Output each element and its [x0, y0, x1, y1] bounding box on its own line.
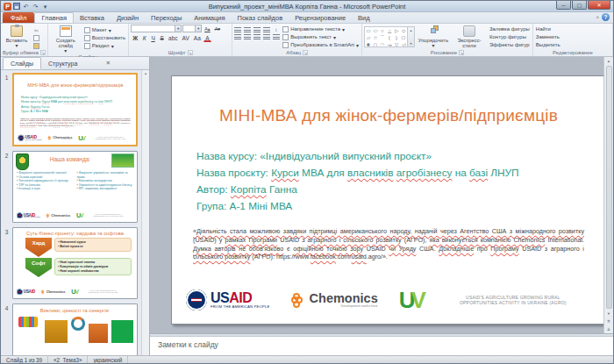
shrink-font-button[interactable]: А▾ — [213, 25, 222, 32]
shape-icon[interactable]: △ — [388, 28, 391, 33]
align-text-button[interactable]: Выровнять текст▾ — [282, 33, 360, 40]
tab-review[interactable]: Рецензирование — [289, 12, 352, 23]
shape-icon[interactable]: ✚ — [367, 42, 371, 46]
tab-design[interactable]: Дизайн — [111, 12, 145, 23]
font-name-combobox[interactable]: ▾ — [131, 25, 182, 32]
shape-icon[interactable]: ◻ — [374, 42, 378, 46]
shape-icon[interactable]: ⬭ — [374, 28, 378, 34]
reset-button[interactable]: Восстановить — [83, 34, 126, 41]
shape-icon[interactable]: ◠ — [381, 42, 385, 46]
tab-transitions[interactable]: Переходы — [145, 12, 188, 23]
redo-icon[interactable]: ↷ — [32, 3, 39, 11]
numbering-icon[interactable] — [244, 27, 251, 32]
align-left-icon[interactable] — [234, 34, 241, 39]
align-right-icon[interactable] — [253, 34, 261, 39]
shape-icon[interactable]: ↝ — [388, 42, 392, 46]
shape-icon[interactable]: ⬠ — [402, 35, 406, 40]
minimize-button[interactable]: ─ — [556, 1, 571, 10]
find-button[interactable]: Найти — [535, 25, 561, 32]
tab-home[interactable]: Главная — [34, 12, 74, 23]
text-direction-button[interactable]: Направление текста▾ — [282, 25, 360, 32]
editor-scrollbar[interactable]: ▴ ▾ ⇈ ⇊ — [603, 57, 613, 333]
maximize-button[interactable]: ▢ — [572, 1, 587, 10]
font-style-button[interactable]: А — [203, 34, 211, 42]
columns-icon[interactable] — [273, 34, 280, 39]
paste-button[interactable]: Вставить ▾ — [3, 25, 31, 48]
previous-slide-icon[interactable]: ⇈ — [605, 318, 613, 325]
file-tab[interactable]: Файл — [3, 12, 34, 23]
close-button[interactable]: ✕ — [588, 1, 610, 10]
dialog-launcher-icon[interactable]: ↘ — [188, 50, 193, 55]
align-center-icon[interactable] — [244, 34, 251, 39]
line-spacing-icon[interactable]: ↕ — [273, 26, 279, 32]
replace-button[interactable]: Заменить — [535, 33, 561, 40]
notes-pane[interactable]: Заметки к слайду — [150, 333, 613, 355]
slide-1-thumbnail[interactable]: МІНІ-МВА для жінок-фермерів/підприємців … — [12, 73, 138, 146]
next-slide-icon[interactable]: ⇊ — [605, 325, 613, 333]
increase-indent-icon[interactable] — [263, 27, 270, 32]
select-button[interactable]: Выделить — [535, 41, 561, 48]
slide-4-thumbnail[interactable]: Виклики, цінності та синергія: — [12, 303, 138, 355]
dialog-launcher-icon[interactable]: ↘ — [459, 50, 464, 55]
shape-icon[interactable]: ◇ — [402, 28, 405, 33]
shape-icon[interactable]: ▭ — [366, 28, 370, 33]
font-style-button[interactable]: К — [140, 34, 148, 42]
pane-close-icon[interactable]: ✕ — [106, 60, 111, 67]
qat-dropdown-icon[interactable]: ▾ — [41, 3, 49, 11]
shape-icon[interactable]: ○ — [381, 28, 383, 33]
copy-button[interactable] — [32, 34, 40, 41]
shapes-scroll-down-icon[interactable]: ▾ — [410, 41, 411, 46]
font-style-button[interactable]: Ч — [149, 34, 157, 42]
shape-icon[interactable]: ☆ — [374, 35, 378, 40]
disclaimer-paragraph[interactable]: «Діяльність стала можливою завдяки підтр… — [193, 227, 584, 261]
section-button[interactable]: Раздел▾ — [83, 42, 126, 49]
font-style-button[interactable]: Ж — [131, 34, 139, 42]
slide-title[interactable]: МІНІ-МВА для жінок-фермерів/підприємців — [172, 106, 605, 125]
layout-button[interactable]: Макет▾ — [83, 26, 126, 33]
font-size-combobox[interactable]: ▾ — [182, 25, 202, 32]
help-icon[interactable]: ? — [602, 13, 610, 21]
font-style-button[interactable]: AV — [181, 34, 191, 42]
shape-icon[interactable]: ⌒ — [380, 35, 385, 41]
slide-2-thumbnail[interactable]: Наша команда: • Факультет агротехнологій… — [12, 151, 138, 223]
dialog-launcher-icon[interactable]: ↘ — [40, 50, 46, 55]
shape-effects-button[interactable]: Эффекты фигур — [489, 41, 531, 48]
shape-outline-button[interactable]: Контур фигуры — [489, 33, 531, 40]
minimize-ribbon-icon[interactable]: ˄ — [596, 15, 599, 20]
scrollbar-thumb[interactable] — [606, 66, 612, 309]
cut-button[interactable]: ✂ — [32, 26, 40, 33]
pane-tab-outline[interactable]: Структура — [41, 57, 84, 69]
slide-3-thumbnail[interactable]: Суть бізнес-проекту: хардова та софтова … — [12, 227, 138, 299]
font-style-button[interactable]: S — [158, 34, 166, 42]
thumbnails-scrollbar[interactable]: ▴ — [141, 70, 149, 355]
convert-smartart-button[interactable]: Преобразовать в SmartArt▾ — [282, 41, 360, 48]
new-slide-button[interactable]: Создать слайд ▾ — [50, 25, 82, 54]
shape-icon[interactable]: ) — [396, 35, 397, 40]
tab-insert[interactable]: Вставка — [74, 12, 111, 23]
tab-view[interactable]: Вид — [352, 12, 376, 23]
slide-body-text[interactable]: Назва курсу: «Індивідуальний випускний п… — [196, 148, 605, 215]
scroll-up-icon[interactable]: ▴ — [605, 57, 613, 65]
shape-icon[interactable]: ▱ — [367, 35, 370, 40]
undo-icon[interactable]: ↶ — [22, 3, 30, 11]
format-painter-button[interactable] — [32, 42, 40, 49]
pane-tab-slides[interactable]: Слайды — [3, 57, 41, 69]
arrange-button[interactable]: Упорядочить ▾ — [417, 25, 450, 48]
shapes-gallery[interactable]: ▭⬭○△▷◇▱☆⌒()⬠✚◻◠↝▽◁ ▴ ▾ — [364, 26, 415, 47]
grow-font-button[interactable]: А▴ — [203, 25, 211, 32]
shapes-scrollbar[interactable]: ▴ ▾ — [407, 27, 414, 46]
slide-canvas[interactable]: МІНІ-МВА для жінок-фермерів/підприємців … — [171, 75, 606, 325]
shape-icon[interactable]: ◁ — [402, 42, 405, 46]
tab-slideshow[interactable]: Показ слайдов — [232, 12, 289, 23]
font-style-button[interactable]: abc — [167, 34, 179, 42]
shapes-scroll-up-icon[interactable]: ▴ — [410, 28, 411, 32]
shape-icon[interactable]: ( — [389, 35, 390, 40]
save-icon[interactable] — [13, 3, 20, 10]
scroll-down-icon[interactable]: ▾ — [605, 310, 613, 318]
quick-styles-button[interactable]: Экспресс-стили — [452, 25, 487, 48]
tab-animations[interactable]: Анимация — [188, 12, 231, 23]
scroll-up-icon[interactable]: ▴ — [145, 71, 146, 355]
shape-fill-button[interactable]: Заливка фигуры — [489, 25, 531, 32]
font-style-button[interactable]: Аа — [192, 34, 203, 42]
bullets-icon[interactable] — [234, 27, 241, 32]
